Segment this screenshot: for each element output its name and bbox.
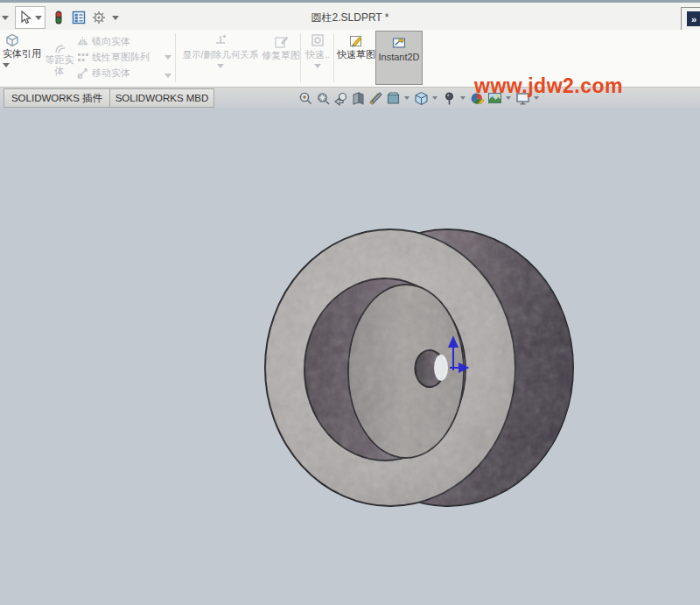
- ribbon-button-label: 显示/删除几何关系: [183, 49, 259, 60]
- dropdown-caret-icon[interactable]: [314, 64, 321, 68]
- ribbon-button-label: 快速..: [305, 49, 330, 60]
- ribbon-button-label: 快速草图: [337, 49, 375, 60]
- tab-label: SOLIDWORKS 插件: [11, 92, 102, 105]
- dropdown-caret-icon[interactable]: [404, 96, 410, 100]
- document-title: 圆柱2.SLDPRT *: [0, 11, 700, 25]
- graphics-viewport[interactable]: [0, 108, 700, 605]
- tab-label: SOLIDWORKS MBD: [116, 93, 209, 103]
- zoom-to-area-icon[interactable]: [315, 90, 331, 106]
- linear-sketch-pattern-button[interactable]: 线性草图阵列: [77, 51, 172, 64]
- title-bar: 圆柱2.SLDPRT * »: [0, 3, 700, 31]
- display-style-icon[interactable]: [413, 90, 429, 106]
- display-delete-relations-button[interactable]: 显示/删除几何关系: [178, 31, 263, 85]
- cylinder-model: [0, 108, 700, 605]
- dropdown-caret-icon[interactable]: [164, 74, 172, 78]
- ribbon-separator: [333, 33, 334, 82]
- dropdown-caret-icon[interactable]: [3, 63, 10, 67]
- zoom-to-fit-icon[interactable]: [298, 90, 313, 106]
- previous-view-icon[interactable]: [332, 90, 348, 106]
- dropdown-caret-icon[interactable]: [164, 55, 172, 60]
- tab-solidworks-addins[interactable]: SOLIDWORKS 插件: [4, 88, 110, 108]
- ribbon-button-label: 移动实体: [92, 67, 130, 80]
- rapid-sketch-icon: [349, 34, 363, 48]
- section-view-icon[interactable]: [350, 90, 366, 106]
- instant2d-icon: [392, 36, 406, 50]
- hide-show-items-icon[interactable]: [441, 90, 457, 106]
- move-entities-button[interactable]: 移动实体: [77, 67, 172, 80]
- flyout-button[interactable]: »: [681, 7, 700, 31]
- through-hole-highlight: [434, 355, 448, 381]
- view-orientation-icon[interactable]: [385, 90, 401, 106]
- convert-entities-icon: [5, 33, 19, 47]
- mirror-entities-icon: [77, 36, 88, 47]
- repair-sketch-button[interactable]: 修复草图: [262, 31, 300, 85]
- ribbon-separator: [175, 33, 176, 82]
- ribbon-button-label: 修复草图: [262, 50, 300, 61]
- rapid-sketch-button[interactable]: 快速草图: [337, 31, 375, 85]
- ribbon-button-label: 实体引用: [3, 48, 41, 60]
- repair-sketch-icon: [274, 35, 288, 49]
- rapid-icon: [311, 33, 325, 47]
- rapid-button[interactable]: 快速..: [303, 31, 332, 85]
- flyout-chevron-icon: »: [687, 11, 700, 26]
- dropdown-caret-icon[interactable]: [460, 96, 466, 100]
- mirror-entities-button[interactable]: 镜向实体: [77, 35, 172, 48]
- convert-entities-button[interactable]: 实体引用: [0, 31, 44, 85]
- linear-sketch-pattern-icon: [77, 52, 88, 63]
- ribbon-button-label: Instant2D: [378, 52, 419, 63]
- display-delete-relations-icon: [214, 33, 228, 47]
- dropdown-caret-icon[interactable]: [217, 64, 224, 68]
- solidworks-window: { "window": { "title": "圆柱2.SLDPRT *" },…: [0, 0, 700, 605]
- offset-entities-icon: [54, 43, 66, 54]
- ribbon-button-label: 镜向实体: [92, 35, 130, 48]
- ribbon-button-label: 等距实体: [42, 54, 77, 77]
- watermark: www.jdw2.com: [474, 74, 623, 98]
- ribbon-button-label: 线性草图阵列: [92, 51, 150, 64]
- ribbon-separator: [300, 33, 301, 82]
- sketch-settings-icon[interactable]: [368, 90, 383, 106]
- instant2d-button[interactable]: Instant2D: [375, 31, 423, 85]
- dropdown-caret-icon[interactable]: [432, 96, 438, 100]
- move-entities-icon: [77, 67, 88, 79]
- tab-solidworks-mbd[interactable]: SOLIDWORKS MBD: [109, 88, 214, 108]
